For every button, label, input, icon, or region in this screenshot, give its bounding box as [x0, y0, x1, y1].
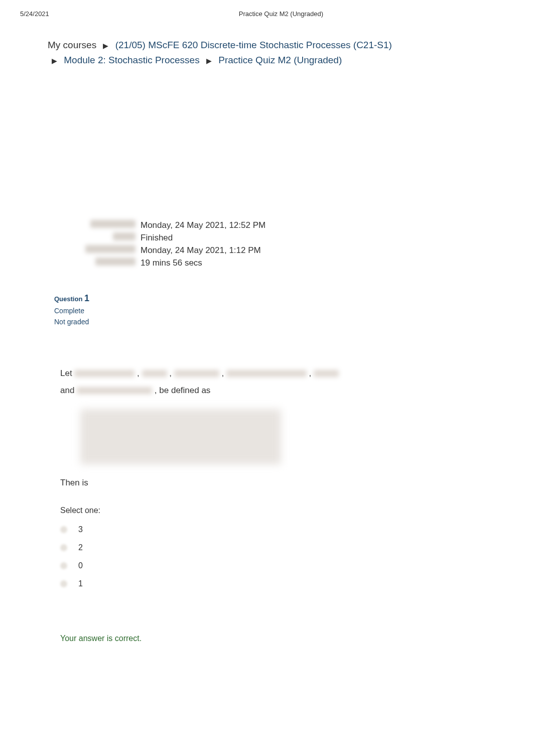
option-row[interactable]: 2 [60, 540, 473, 556]
question-number: 1 [84, 293, 89, 303]
time-taken-value: 19 mins 56 secs [141, 257, 265, 269]
question-table-image [80, 409, 281, 464]
radio-icon[interactable] [60, 544, 67, 551]
page-title-meta: Practice Quiz M2 (Ungraded) [239, 10, 323, 18]
formula-blur [74, 370, 135, 377]
option-label: 3 [78, 522, 83, 538]
breadcrumb-course[interactable]: (21/05) MScFE 620 Discrete-time Stochast… [115, 40, 392, 50]
question-status-graded: Not graded [54, 318, 488, 326]
summary-label-blur [85, 245, 136, 253]
option-row[interactable]: 0 [60, 558, 473, 574]
formula-blur [142, 370, 167, 377]
summary-label-blur [113, 232, 136, 240]
attempt-summary: Monday, 24 May 2021, 12:52 PM Finished M… [85, 219, 265, 269]
state-value: Finished [141, 231, 265, 244]
breadcrumb-module[interactable]: Module 2: Stochastic Processes [64, 55, 199, 65]
started-on-value: Monday, 24 May 2021, 12:52 PM [141, 219, 265, 231]
option-label: 1 [78, 576, 83, 592]
breadcrumb: My courses ▶ (21/05) MScFE 620 Discrete-… [0, 23, 533, 68]
formula-blur [174, 370, 219, 377]
answer-options: 3 2 0 1 [60, 522, 473, 592]
radio-icon[interactable] [60, 526, 67, 533]
radio-icon[interactable] [60, 580, 67, 587]
question-let: Let [60, 368, 72, 378]
formula-blur [77, 387, 152, 394]
summary-label-blur [90, 220, 136, 228]
question-label: Question [54, 295, 82, 303]
page-date: 5/24/2021 [20, 10, 49, 18]
summary-label-blur [95, 258, 136, 266]
breadcrumb-page[interactable]: Practice Quiz M2 (Ungraded) [218, 55, 342, 65]
radio-icon[interactable] [60, 562, 67, 569]
question-and: and [60, 386, 74, 395]
question-body: Let , , , , and , be defined as Then is … [54, 360, 479, 609]
formula-blur [226, 370, 307, 377]
breadcrumb-root[interactable]: My courses [48, 40, 96, 50]
option-row[interactable]: 3 [60, 522, 473, 538]
formula-blur [314, 370, 339, 377]
option-row[interactable]: 1 [60, 576, 473, 592]
select-one-label: Select one: [60, 502, 473, 519]
completed-on-value: Monday, 24 May 2021, 1:12 PM [141, 244, 265, 257]
option-label: 2 [78, 540, 83, 556]
chevron-right-icon: ▶ [103, 42, 108, 50]
option-label: 0 [78, 558, 83, 574]
question-is: is [82, 478, 88, 487]
question-status-complete: Complete [54, 307, 488, 315]
chevron-right-icon: ▶ [52, 57, 57, 65]
chevron-right-icon: ▶ [206, 57, 212, 65]
answer-feedback: Your answer is correct. [54, 629, 479, 673]
question-header-card: Question 1 Complete Not graded [54, 284, 488, 335]
question-then: Then [60, 478, 80, 487]
question-defined-as: , be defined as [155, 386, 211, 395]
